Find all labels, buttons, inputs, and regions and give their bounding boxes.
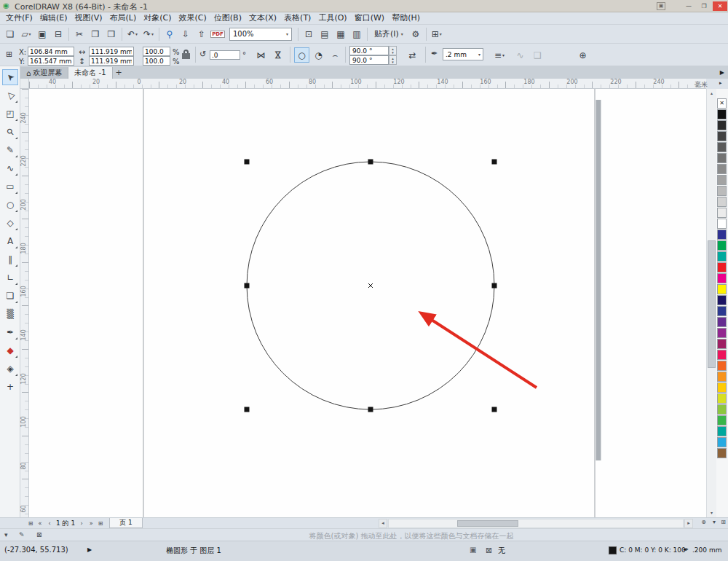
scale-height-input[interactable] (143, 56, 170, 66)
color-swatch-brown[interactable] (717, 448, 727, 458)
vertical-ruler[interactable]: 2402202001801601401201008060 (20, 89, 29, 517)
polygon-tool[interactable]: ◇ (2, 215, 18, 231)
zoom-in-icon[interactable]: ⊕ (701, 519, 706, 525)
drop-shadow-tool[interactable]: ❏ (2, 288, 18, 304)
shape-tool[interactable]: ▷ (2, 87, 18, 103)
new-document-icon[interactable]: ❏ (2, 26, 18, 42)
color-swatch-80-black[interactable] (717, 131, 727, 141)
selection-handle-8[interactable] (492, 407, 497, 412)
search-content-icon[interactable]: ⚲ (162, 26, 178, 42)
fill-none-icon[interactable]: ⊠ (486, 546, 492, 555)
scroll-right-icon[interactable]: ▸ (684, 519, 693, 528)
snap-to-select[interactable]: 贴齐(I)▾ (370, 27, 408, 42)
palette-no-color-icon[interactable]: ⊠ (36, 531, 42, 538)
mirror-horizontal-button[interactable]: ⋈ (253, 47, 269, 63)
start-angle-arrows[interactable]: ▴ ▾ (389, 46, 397, 55)
ruler-flyout-icon[interactable]: ▸ (719, 80, 722, 86)
color-swatch-purple[interactable] (717, 317, 727, 327)
zoom-level-select[interactable]: 100%▾ (229, 28, 292, 41)
end-angle-spinner[interactable]: 90.0 ° (349, 55, 389, 65)
undo-icon[interactable]: ↶▾ (124, 26, 141, 42)
color-swatch-green[interactable] (717, 240, 727, 251)
show-rulers-icon[interactable]: ▤ (317, 26, 333, 42)
publish-pdf-icon[interactable]: PDF (210, 26, 226, 42)
copy-icon[interactable]: ❐ (87, 26, 103, 42)
mirror-vertical-button[interactable]: ⋈ (271, 47, 286, 63)
color-swatch-blue[interactable] (717, 230, 727, 240)
position-docker-button[interactable]: ❑ (530, 47, 545, 63)
add-page-icon[interactable]: ⊞ (26, 520, 35, 527)
import-icon[interactable]: ⇩ (178, 26, 194, 42)
drawing-canvas[interactable] (29, 89, 706, 517)
ruler-origin[interactable] (20, 79, 29, 89)
color-swatch-yellow[interactable] (717, 284, 727, 294)
change-direction-button[interactable]: ⇄ (405, 47, 420, 63)
color-proof-icon[interactable]: ▣ (470, 546, 476, 554)
selection-handle-2[interactable] (368, 160, 373, 165)
smart-fill-tool[interactable]: ◈ (2, 361, 18, 377)
vertical-scrollbar[interactable]: ▴ ▾ (706, 89, 716, 517)
menu-item-e[interactable]: 编辑(E) (36, 12, 71, 24)
lock-ratio-button[interactable] (182, 50, 191, 60)
new-document-tab-button[interactable]: + (113, 67, 125, 79)
add-page-icon-end[interactable]: ⊞ (96, 520, 105, 527)
redo-icon[interactable]: ↷▾ (141, 26, 157, 42)
menu-item-w[interactable]: 窗口(W) (351, 12, 388, 24)
paste-icon[interactable]: ❒ (103, 26, 119, 42)
options-gear-icon[interactable]: ⚙ (408, 26, 424, 42)
cut-icon[interactable]: ✂ (71, 26, 87, 42)
text-wrap-button[interactable]: ≡ ▾ (489, 47, 510, 63)
crop-tool[interactable]: ◰ (2, 106, 18, 122)
artistic-media-tool[interactable]: ∿ (2, 160, 18, 176)
first-page-icon[interactable]: « (36, 520, 44, 527)
color-swatch-kelly-green[interactable] (717, 415, 727, 425)
save-icon[interactable]: ▣ (34, 26, 50, 42)
status-flyout-icon[interactable]: ▶ (87, 546, 92, 553)
selection-handle-5[interactable] (492, 283, 497, 289)
convert-to-curve-button[interactable]: ∿ (513, 47, 528, 63)
color-swatch-sky-blue[interactable] (717, 437, 727, 447)
color-swatch-rose[interactable] (717, 350, 727, 360)
horizontal-scrollbar-thumb[interactable] (457, 520, 518, 527)
object-width-input[interactable] (89, 47, 134, 56)
menu-item-f[interactable]: 文件(F) (2, 12, 36, 24)
scroll-down-icon[interactable]: ▾ (707, 509, 716, 517)
show-guidelines-icon[interactable]: ▥ (349, 26, 365, 42)
arc-mode-button[interactable]: ⌢ (328, 47, 343, 63)
quick-customize-button[interactable]: ⊕ (575, 47, 590, 63)
color-swatch-gold[interactable] (717, 382, 727, 393)
selection-handle-6[interactable] (245, 407, 250, 412)
color-swatch-magenta[interactable] (717, 273, 727, 283)
vertical-scrollbar-thumb[interactable] (708, 240, 716, 368)
selection-handle-4[interactable] (245, 283, 250, 289)
tab-document[interactable]: 未命名 -1 (68, 67, 112, 79)
menu-item-b[interactable]: 位图(B) (210, 12, 245, 24)
show-grid-icon[interactable]: ▦ (333, 26, 349, 42)
pie-mode-button[interactable]: ◔ (311, 47, 326, 63)
color-swatch-royal-blue[interactable] (717, 306, 727, 316)
interactive-fill-tool[interactable]: ◆ (2, 342, 18, 358)
outline-width-select[interactable]: .2 mm ▾ (443, 48, 483, 60)
print-icon[interactable]: ⊟ (50, 26, 66, 42)
freehand-tool[interactable]: ✎ (2, 142, 18, 158)
color-swatch-60-black[interactable] (717, 153, 727, 163)
selection-handle-1[interactable] (245, 160, 250, 165)
color-swatch-plum[interactable] (717, 339, 727, 349)
close-button[interactable]: ✕ (713, 1, 727, 11)
color-swatch-light-orange[interactable] (717, 372, 727, 382)
next-page-icon[interactable]: › (77, 520, 86, 527)
zoom-tool[interactable]: ⚲ (2, 124, 18, 140)
maximize-button[interactable]: ❐ (697, 1, 711, 11)
start-angle-spinner[interactable]: 90.0 ° (349, 46, 389, 55)
scale-width-input[interactable] (143, 47, 170, 56)
color-swatch-10-black[interactable] (717, 208, 727, 218)
color-swatch-orange[interactable] (717, 361, 727, 371)
connector-tool[interactable]: ∟ (2, 270, 18, 286)
previous-page-icon[interactable]: ‹ (45, 520, 54, 527)
scroll-up-icon[interactable]: ▴ (707, 89, 716, 98)
color-swatch-deep-navy[interactable] (717, 295, 727, 305)
open-folder-icon[interactable]: ▱▾ (18, 26, 34, 42)
ellipse-tool[interactable]: ○ (2, 197, 18, 213)
menu-item-c[interactable]: 效果(C) (175, 12, 210, 24)
color-swatch-turquoise[interactable] (717, 251, 727, 262)
